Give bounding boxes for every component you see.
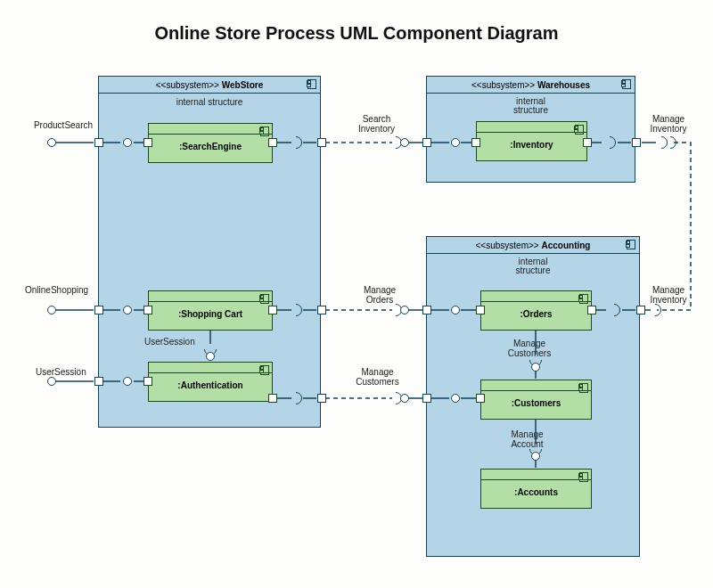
port [422, 138, 431, 147]
port [317, 138, 326, 147]
port [587, 306, 596, 314]
port [143, 377, 152, 386]
label-manage-inventory-top: Manage Inventory [646, 114, 691, 134]
label-manage-inventory-bottom: Manage Inventory [646, 285, 691, 305]
port [317, 394, 326, 403]
interface-ball [400, 394, 409, 403]
port [476, 306, 485, 314]
page-title: Online Store Process UML Component Diagr… [0, 23, 713, 44]
label-online-shopping: OnlineShopping [25, 285, 88, 295]
label-manage-orders: Manage Orders [361, 285, 398, 305]
interface-ball [206, 352, 215, 361]
component-customers-label: :Customers [481, 391, 591, 415]
port [632, 138, 641, 147]
label-user-session-ext: UserSession [36, 367, 86, 377]
component-accounts: :Accounts [480, 469, 592, 509]
subsystem-webstore-name: WebStore [222, 80, 264, 90]
port [94, 138, 103, 147]
component-icon [578, 294, 588, 302]
interface-ball [451, 138, 460, 147]
interface-ball [531, 363, 540, 372]
subsystem-warehouses-name: Warehouses [537, 80, 590, 90]
port [143, 306, 152, 314]
required-interface [649, 304, 661, 316]
component-shoppingcart: :Shopping Cart [148, 290, 273, 331]
component-icon [574, 125, 584, 133]
component-orders-label: :Orders [481, 302, 591, 326]
port [317, 306, 326, 314]
port [143, 138, 152, 147]
label-manage-account-int: Manage Account [503, 429, 552, 449]
internal-structure-label: internal structure [99, 94, 320, 112]
interface-ball [47, 377, 56, 386]
port [422, 394, 431, 403]
component-icon [578, 383, 588, 391]
component-shoppingcart-label: :Shopping Cart [149, 302, 272, 326]
component-authentication: :Authentication [148, 362, 273, 402]
interface-ball [123, 306, 132, 314]
label-user-session-int: UserSession [144, 337, 195, 347]
interface-ball [47, 306, 56, 314]
stereotype-label: <<subsystem>> [156, 80, 219, 90]
label-manage-customers-int: Manage Customers [503, 339, 556, 358]
subsystem-warehouses: <<subsystem>> Warehouses internalstructu… [426, 76, 635, 183]
port [94, 306, 103, 314]
component-icon [307, 79, 316, 87]
label-product-search: ProductSearch [30, 120, 96, 130]
port [636, 306, 645, 314]
port [268, 394, 277, 403]
subsystem-webstore: <<subsystem>> WebStore internal structur… [98, 76, 321, 428]
port [422, 306, 431, 314]
stereotype-label: <<subsystem>> [471, 80, 535, 90]
port [268, 138, 277, 147]
component-icon [259, 127, 269, 135]
subsystem-webstore-header: <<subsystem>> WebStore [99, 77, 320, 94]
interface-ball [123, 138, 132, 147]
subsystem-warehouses-header: <<subsystem>> Warehouses [427, 77, 635, 94]
interface-ball [451, 394, 460, 403]
component-orders: :Orders [480, 290, 592, 331]
component-inventory: :Inventory [476, 121, 587, 161]
component-searchengine-label: :SearchEngine [149, 135, 272, 159]
component-icon [259, 365, 269, 373]
port [471, 138, 480, 147]
port [94, 377, 103, 386]
internal-structure-label: internalstructure [427, 94, 635, 120]
component-icon [578, 472, 588, 480]
component-icon [259, 294, 269, 302]
component-accounts-label: :Accounts [481, 480, 591, 504]
component-customers: :Customers [480, 380, 592, 420]
required-interface [655, 136, 668, 149]
component-icon [626, 240, 635, 248]
stereotype-label: <<subsystem>> [476, 241, 539, 250]
interface-ball [400, 306, 409, 314]
interface-ball [47, 138, 56, 147]
subsystem-accounting-name: Accounting [541, 241, 590, 250]
label-manage-customers: Manage Customers [353, 367, 402, 387]
subsystem-accounting-header: <<subsystem>> Accounting [427, 237, 639, 254]
component-searchengine: :SearchEngine [148, 123, 273, 163]
port [268, 306, 277, 314]
interface-ball [400, 138, 409, 147]
component-icon [621, 79, 631, 87]
port [476, 394, 485, 403]
port [583, 138, 592, 147]
label-search-inventory: Search Inventory [356, 114, 397, 134]
interface-ball [531, 452, 540, 461]
component-authentication-label: :Authentication [149, 373, 272, 397]
component-inventory-label: :Inventory [477, 133, 586, 157]
interface-ball [123, 377, 132, 386]
interface-ball [451, 306, 460, 314]
internal-structure-label: internalstructure [427, 254, 639, 281]
